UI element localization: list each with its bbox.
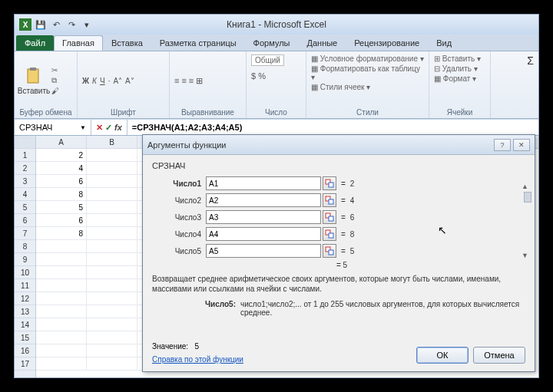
copy-icon[interactable]: ⧉ bbox=[51, 76, 59, 85]
undo-icon[interactable]: ↶ bbox=[50, 18, 62, 31]
row-header[interactable]: 10 bbox=[15, 266, 35, 279]
tab-home[interactable]: Главная bbox=[54, 35, 103, 51]
col-header[interactable]: B bbox=[87, 136, 137, 149]
cell[interactable] bbox=[87, 292, 137, 305]
cell[interactable] bbox=[87, 201, 137, 214]
row-header[interactable]: 15 bbox=[15, 331, 35, 344]
cell[interactable] bbox=[87, 266, 137, 279]
italic-button[interactable]: К bbox=[92, 77, 97, 85]
cell[interactable] bbox=[36, 240, 87, 253]
cell[interactable] bbox=[87, 162, 137, 175]
paste-button[interactable]: Вставить bbox=[19, 58, 48, 104]
cell[interactable] bbox=[87, 227, 137, 240]
tab-view[interactable]: Вид bbox=[428, 35, 460, 51]
percent-icon[interactable]: % bbox=[258, 71, 266, 81]
range-selector-icon[interactable] bbox=[323, 176, 336, 190]
cell[interactable] bbox=[87, 253, 137, 266]
col-header[interactable]: A bbox=[36, 136, 87, 149]
cell[interactable]: 4 bbox=[36, 162, 87, 175]
close-button[interactable]: ✕ bbox=[513, 139, 530, 151]
row-header[interactable]: 11 bbox=[15, 279, 35, 292]
range-selector-icon[interactable] bbox=[323, 227, 336, 241]
cell[interactable] bbox=[87, 357, 137, 371]
row-header[interactable]: 16 bbox=[15, 344, 35, 357]
row-header[interactable]: 8 bbox=[15, 240, 35, 253]
cell-styles-button[interactable]: ▦ Стили ячеек ▾ bbox=[311, 83, 370, 91]
save-icon[interactable]: 💾 bbox=[35, 18, 47, 31]
cell[interactable] bbox=[87, 214, 137, 227]
cell[interactable]: 8 bbox=[36, 188, 87, 201]
cell[interactable] bbox=[36, 344, 87, 357]
cell[interactable] bbox=[87, 279, 137, 292]
range-selector-icon[interactable] bbox=[323, 210, 336, 224]
cell[interactable]: 6 bbox=[36, 175, 87, 188]
cell[interactable]: 5 bbox=[36, 201, 87, 214]
row-header[interactable]: 12 bbox=[15, 292, 35, 305]
insert-cells-button[interactable]: ⊞ Вставить ▾ bbox=[434, 54, 481, 63]
underline-button[interactable]: Ч bbox=[100, 77, 105, 85]
row-header[interactable]: 6 bbox=[15, 214, 35, 227]
tab-insert[interactable]: Вставка bbox=[103, 35, 151, 51]
align-right-icon[interactable]: ≡ bbox=[189, 76, 194, 85]
cell[interactable]: 8 bbox=[36, 227, 87, 240]
cell[interactable] bbox=[36, 357, 87, 371]
row-header[interactable]: 7 bbox=[15, 227, 35, 240]
cell[interactable] bbox=[36, 292, 87, 305]
enter-formula-icon[interactable]: ✓ bbox=[105, 123, 112, 133]
cell[interactable] bbox=[87, 344, 137, 357]
row-header[interactable]: 2 bbox=[15, 162, 35, 175]
range-selector-icon[interactable] bbox=[323, 244, 336, 258]
help-button[interactable]: ? bbox=[494, 139, 511, 151]
cell[interactable] bbox=[87, 305, 137, 318]
row-header[interactable]: 17 bbox=[15, 357, 35, 371]
row-header[interactable]: 14 bbox=[15, 318, 35, 331]
cond-format-button[interactable]: ▦ Условное форматирование ▾ bbox=[311, 54, 424, 63]
arg-input-5[interactable] bbox=[206, 244, 321, 258]
scroll-up-icon[interactable]: ▲ bbox=[522, 183, 528, 190]
dialog-titlebar[interactable]: Аргументы функции ? ✕ bbox=[143, 135, 535, 155]
cut-icon[interactable]: ✂ bbox=[51, 66, 59, 74]
cell[interactable] bbox=[87, 149, 137, 162]
row-header[interactable]: 5 bbox=[15, 201, 35, 214]
cell[interactable]: 6 bbox=[36, 214, 87, 227]
help-link[interactable]: Справка по этой функции bbox=[152, 355, 243, 364]
align-center-icon[interactable]: ≡ bbox=[181, 76, 186, 85]
scroll-down-icon[interactable]: ▼ bbox=[522, 252, 528, 259]
tab-data[interactable]: Данные bbox=[298, 35, 346, 51]
fx-icon[interactable]: fx bbox=[114, 123, 122, 132]
ok-button[interactable]: ОК bbox=[416, 347, 469, 364]
cell[interactable] bbox=[36, 331, 87, 344]
cancel-formula-icon[interactable]: ✕ bbox=[96, 123, 103, 133]
formula-input[interactable]: =СРЗНАЧ(A1;A2;A3;A4;A5) bbox=[127, 123, 538, 132]
align-left-icon[interactable]: ≡ bbox=[174, 76, 179, 85]
arg-input-1[interactable] bbox=[206, 176, 321, 190]
name-box[interactable]: СРЗНАЧ▼ bbox=[15, 120, 91, 135]
cell[interactable]: 2 bbox=[36, 149, 87, 162]
cell[interactable] bbox=[36, 253, 87, 266]
currency-icon[interactable]: $ bbox=[251, 71, 256, 81]
format-cells-button[interactable]: ▦ Формат ▾ bbox=[434, 74, 476, 83]
cancel-button[interactable]: Отмена bbox=[473, 347, 525, 364]
redo-icon[interactable]: ↷ bbox=[65, 18, 78, 31]
tab-layout[interactable]: Разметка страницы bbox=[151, 35, 245, 51]
qat-dropdown-icon[interactable]: ▾ bbox=[81, 18, 93, 31]
bold-button[interactable]: Ж bbox=[82, 77, 89, 85]
tab-review[interactable]: Рецензирование bbox=[346, 35, 428, 51]
chevron-down-icon[interactable]: ▼ bbox=[80, 124, 86, 131]
font-size-button[interactable]: A˄ bbox=[113, 77, 122, 85]
arg-input-3[interactable] bbox=[206, 210, 321, 224]
format-painter-icon[interactable]: 🖌 bbox=[51, 87, 59, 95]
autosum-icon[interactable]: Σ bbox=[527, 54, 534, 67]
arg-input-2[interactable] bbox=[206, 193, 321, 207]
cell[interactable] bbox=[87, 318, 137, 331]
cell[interactable] bbox=[87, 188, 137, 201]
cell[interactable] bbox=[36, 318, 87, 331]
row-header[interactable]: 13 bbox=[15, 305, 35, 318]
row-header[interactable]: 4 bbox=[15, 188, 35, 201]
cell[interactable] bbox=[36, 305, 87, 318]
number-format-select[interactable]: Общий bbox=[251, 54, 284, 66]
cell[interactable] bbox=[36, 266, 87, 279]
delete-cells-button[interactable]: ⊟ Удалить ▾ bbox=[434, 64, 478, 73]
range-selector-icon[interactable] bbox=[323, 193, 336, 207]
font-size-down-button[interactable]: A˅ bbox=[125, 77, 134, 85]
